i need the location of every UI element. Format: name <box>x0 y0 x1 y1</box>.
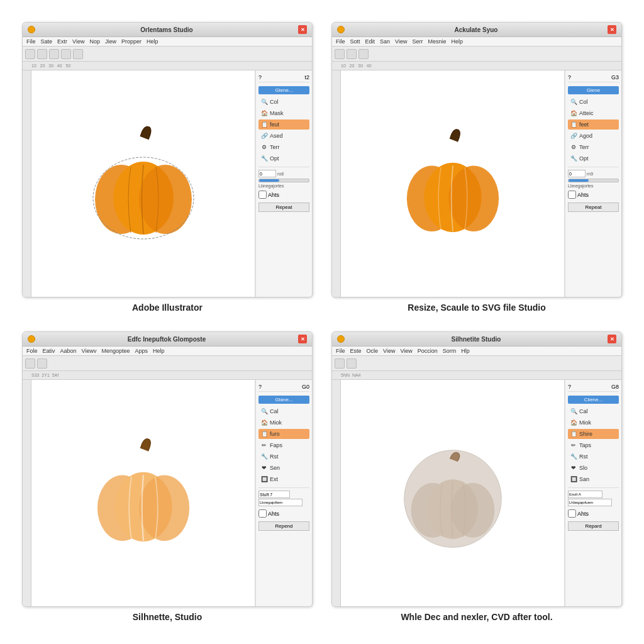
menu-poccion[interactable]: Poccion <box>418 348 438 354</box>
menu-mengoptee[interactable]: Mengoptee <box>101 348 130 354</box>
close-button-1[interactable]: ✕ <box>298 25 307 34</box>
sidebar-agod-2[interactable]: 🔗 Agod <box>568 131 619 141</box>
menu-help-3[interactable]: Help <box>153 348 165 354</box>
checkbox-input-2[interactable] <box>568 191 576 199</box>
checkbox-input-3[interactable] <box>258 509 267 518</box>
input-val-4b[interactable] <box>568 499 612 506</box>
glene-button-3[interactable]: Glane... <box>258 396 309 404</box>
input-val-1a[interactable] <box>258 170 276 177</box>
sidebar-miok-3[interactable]: 🏠 Miok <box>258 418 309 428</box>
menu-view-4b[interactable]: View <box>400 348 412 354</box>
sidebar-rst-4[interactable]: 🔧 Rst <box>568 452 619 462</box>
menu-help-2[interactable]: Help <box>451 38 463 45</box>
input-val-3b[interactable] <box>258 499 303 506</box>
toolbar-icon-3b[interactable] <box>37 358 47 369</box>
menu-view-1[interactable]: View <box>72 38 84 45</box>
menu-eativ[interactable]: Eativ <box>43 348 55 354</box>
menu-nop[interactable]: Nop <box>89 38 100 45</box>
help-icon-4[interactable]: ? <box>568 384 571 390</box>
repeat-button-4[interactable]: Repard <box>568 521 619 531</box>
menu-edit-2[interactable]: Edit <box>365 38 375 45</box>
toolbar-icon-5[interactable] <box>73 49 83 59</box>
menu-viewv[interactable]: Viewv <box>82 348 97 354</box>
toolbar-icon-4a[interactable] <box>335 358 345 369</box>
sidebar-opt-1[interactable]: 🔧 Opt <box>258 153 309 164</box>
traffic-light-1[interactable] <box>28 26 35 33</box>
menu-file-4[interactable]: File <box>336 348 345 354</box>
menu-sate[interactable]: Sate <box>41 38 53 45</box>
sidebar-furo-3[interactable]: 📋 furo <box>258 429 309 439</box>
menu-aabon[interactable]: Aabon <box>60 348 77 354</box>
sidebar-cal-4[interactable]: 🔍 Cal <box>568 406 619 416</box>
menu-propper[interactable]: Propper <box>121 38 142 45</box>
menu-ocle[interactable]: Ocle <box>367 348 379 354</box>
sidebar-cal-3[interactable]: 🔍 Cal <box>258 406 309 416</box>
toolbar-icon-2b[interactable] <box>347 49 357 59</box>
toolbar-icon-2[interactable] <box>37 49 47 59</box>
sidebar-shire-4[interactable]: 📋 Shire <box>568 429 619 439</box>
sidebar-mask-1[interactable]: 🏠 Mask <box>258 108 309 118</box>
sidebar-feut-1[interactable]: 📋 feut <box>258 119 309 130</box>
traffic-light-4[interactable] <box>337 335 345 343</box>
menu-jiew[interactable]: Jiew <box>105 38 116 45</box>
menu-view-4a[interactable]: View <box>383 348 395 354</box>
help-icon-2[interactable]: ? <box>568 74 571 80</box>
toolbar-icon-3a[interactable] <box>25 358 35 369</box>
repeat-button-3[interactable]: Repend <box>258 521 309 531</box>
sidebar-taps-4[interactable]: ✏ Taps <box>568 440 619 450</box>
menu-mesnie[interactable]: Mesnie <box>428 38 446 45</box>
checkbox-input-1[interactable] <box>258 191 267 199</box>
menu-file-2[interactable]: File <box>336 38 345 45</box>
menu-serr[interactable]: Serr <box>412 38 423 45</box>
sidebar-miok-4[interactable]: 🏠 Miok <box>568 418 619 428</box>
input-val-3a[interactable] <box>258 491 290 498</box>
sidebar-terr-1[interactable]: ⚙ Terr <box>258 142 309 152</box>
traffic-light-2[interactable] <box>337 26 345 33</box>
glene-button-4[interactable]: Cliene... <box>568 396 619 404</box>
sidebar-col-1[interactable]: 🔍 Col <box>258 97 309 107</box>
sidebar-slo-4[interactable]: ❤ Slo <box>568 463 619 473</box>
sidebar-ext-3[interactable]: 🔲 Ext <box>258 474 309 484</box>
menu-hlp[interactable]: Hlp <box>461 348 470 354</box>
close-button-3[interactable]: ✕ <box>298 335 307 343</box>
sidebar-sen-3[interactable]: ❤ Sen <box>258 463 309 473</box>
sidebar-terr-2[interactable]: ⚙ Terr <box>568 142 619 152</box>
menu-fole[interactable]: Fole <box>26 348 38 354</box>
menu-extr[interactable]: Extr <box>57 38 67 45</box>
toolbar-icon-2a[interactable] <box>335 49 345 59</box>
menu-help-1[interactable]: Help <box>147 38 158 45</box>
toolbar-icon-2c[interactable] <box>358 49 369 59</box>
menu-san[interactable]: San <box>380 38 390 45</box>
sidebar-atteic-2[interactable]: 🏠 Atteic <box>568 108 619 118</box>
toolbar-icon-3[interactable] <box>49 49 59 59</box>
sidebar-rst-3[interactable]: 🔧 Rst <box>258 452 309 462</box>
menu-sott[interactable]: Sott <box>350 38 360 45</box>
close-button-2[interactable]: ✕ <box>608 25 616 34</box>
close-button-4[interactable]: ✕ <box>608 335 616 343</box>
sidebar-faps-3[interactable]: ✏ Faps <box>258 440 309 450</box>
menu-file-1[interactable]: File <box>26 38 36 45</box>
traffic-light-3[interactable] <box>28 335 35 343</box>
sidebar-san-4[interactable]: 🔲 San <box>568 474 619 484</box>
repeat-button-2[interactable]: Repeat <box>568 203 619 212</box>
sidebar-feet-2[interactable]: 📋 feet <box>568 119 619 130</box>
sidebar-ased-1[interactable]: 🔗 Ased <box>258 131 309 141</box>
input-val-2a[interactable] <box>568 170 586 177</box>
slider-2[interactable] <box>568 179 619 182</box>
toolbar-icon-4b[interactable] <box>347 358 357 369</box>
checkbox-input-4[interactable] <box>568 509 576 518</box>
menu-apps[interactable]: Apps <box>135 348 148 354</box>
menu-este[interactable]: Este <box>350 348 362 354</box>
glene-button-1[interactable]: Glene... <box>258 86 309 94</box>
toolbar-icon-4[interactable] <box>61 49 71 59</box>
repeat-button-1[interactable]: Repeat <box>258 203 309 212</box>
help-icon-1[interactable]: ? <box>258 74 262 80</box>
slider-1[interactable] <box>258 179 309 182</box>
menu-sorm[interactable]: Sorm <box>443 348 457 354</box>
menu-view-2[interactable]: View <box>395 38 407 45</box>
input-val-4a[interactable] <box>568 491 602 498</box>
sidebar-opt-2[interactable]: 🔧 Opt <box>568 153 619 164</box>
sidebar-col-2[interactable]: 🔍 Col <box>568 97 619 107</box>
toolbar-icon-1[interactable] <box>25 49 35 59</box>
glene-button-2[interactable]: Glene <box>568 86 619 94</box>
